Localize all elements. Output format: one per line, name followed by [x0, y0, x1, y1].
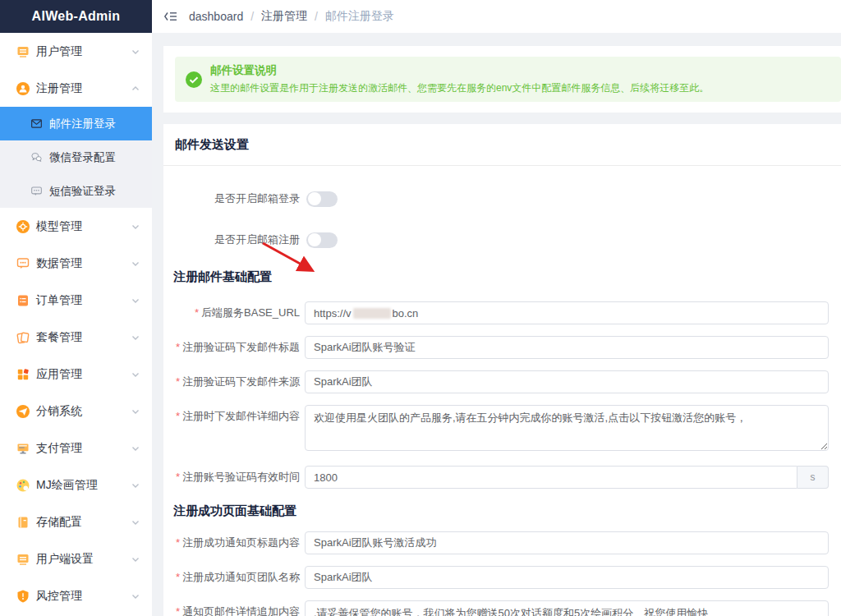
notify-append-textarea[interactable]: ,请妥善保管您的账号，我们将为您赠送50次对话额度和5次绘画积分、祝您使用愉快: [305, 600, 829, 616]
mail-content-textarea[interactable]: 欢迎使用星火团队的产品服务,请在五分钟内完成你的账号激活,点击以下按钮激活您的账…: [305, 405, 829, 451]
email-login-toggle[interactable]: [306, 191, 338, 207]
sidebar-item-app-management[interactable]: 应用管理: [0, 356, 152, 393]
risk-shield-icon: [16, 589, 30, 604]
sidebar-subitem-label: 微信登录配置: [49, 150, 116, 165]
mail-from-input[interactable]: [305, 370, 829, 393]
required-marker: *: [176, 571, 180, 583]
form-row-success-title: *注册成功通知页标题内容: [173, 531, 829, 554]
form-row-mail-title: *注册验证码下发邮件标题: [173, 336, 829, 359]
sidebar-item-user-management[interactable]: 用户管理: [0, 33, 152, 70]
chevron-down-icon: [131, 407, 140, 416]
sidebar-item-data-management[interactable]: 数据管理: [0, 245, 152, 282]
sidebar-item-label: 风控管理: [36, 589, 131, 604]
client-settings-icon: [16, 552, 30, 567]
sidebar-item-package-management[interactable]: 套餐管理: [0, 319, 152, 356]
section-heading-success-page-config: 注册成功页面基础配置: [173, 503, 829, 519]
register-icon: [16, 81, 30, 96]
sidebar-item-label: MJ绘画管理: [36, 478, 131, 493]
toggle-row-email-login: 是否开启邮箱登录: [173, 187, 829, 210]
email-settings-form: 是否开启邮箱登录 是否开启邮箱注册 注册邮件基础配置 *后端服务BASE_URL…: [163, 166, 841, 616]
data-icon: [16, 256, 30, 271]
sidebar-item-label: 用户端设置: [36, 552, 131, 567]
required-marker: *: [176, 410, 180, 422]
check-circle-icon: [186, 71, 202, 88]
chevron-up-icon: [131, 84, 140, 94]
chevron-down-icon: [131, 222, 140, 232]
blurred-url-segment: [353, 308, 391, 319]
form-row-base-url: *后端服务BASE_URL https://vbo.cn: [173, 301, 829, 324]
palette-icon: [16, 478, 30, 493]
sidebar-item-register-management[interactable]: 注册管理: [0, 70, 152, 107]
form-row-mail-from: *注册验证码下发邮件来源: [173, 370, 829, 393]
required-marker: *: [176, 375, 180, 388]
sidebar-item-label: 模型管理: [36, 219, 131, 234]
field-label: 注册成功通知页团队名称: [182, 571, 300, 583]
required-marker: *: [176, 605, 180, 616]
breadcrumb-dashboard[interactable]: dashboard: [189, 10, 243, 23]
email-settings-card: 邮件发送设置 是否开启邮箱登录 是否开启邮箱注册 注册邮件基础配置 *后端服务B…: [163, 124, 841, 616]
email-register-toggle[interactable]: [306, 232, 338, 248]
base-url-suffix: bo.cn: [393, 307, 419, 319]
sidebar-item-label: 注册管理: [36, 81, 131, 96]
storage-icon: [16, 515, 30, 530]
sidebar-item-model-management[interactable]: 模型管理: [0, 208, 152, 245]
sidebar-item-mj-drawing-management[interactable]: MJ绘画管理: [0, 467, 152, 503]
form-row-code-ttl: *注册账号验证码有效时间 s: [173, 466, 829, 489]
breadcrumb-current-page: 邮件注册登录: [325, 9, 394, 24]
chevron-down-icon: [131, 333, 140, 342]
distribution-icon: [16, 404, 30, 419]
success-alert: 邮件设置说明 这里的邮件设置是作用于注册发送的激活邮件、您需要先在服务的env文…: [175, 57, 841, 102]
sidebar: AIWeb-Admin 用户管理 注册管理 邮件注册登录 微信登录配置: [0, 0, 152, 616]
sidebar-subitem-email-register-login[interactable]: 邮件注册登录: [0, 107, 152, 140]
sidebar-item-payment-management[interactable]: 支付管理: [0, 430, 152, 467]
field-label: 通知页邮件详情追加内容: [182, 605, 300, 616]
chevron-down-icon: [131, 554, 140, 564]
base-url-input[interactable]: https://vbo.cn: [305, 301, 829, 324]
alert-title: 邮件设置说明: [210, 63, 709, 78]
alert-card: 邮件设置说明 这里的邮件设置是作用于注册发送的激活邮件、您需要先在服务的env文…: [163, 46, 841, 113]
chevron-down-icon: [131, 444, 140, 453]
field-label: 后端服务BASE_URL: [201, 306, 300, 319]
success-team-input[interactable]: [305, 566, 829, 589]
sidebar-subitem-wechat-login-config[interactable]: 微信登录配置: [0, 140, 152, 174]
required-marker: *: [176, 341, 180, 353]
toggle-row-email-register: 是否开启邮箱注册: [173, 228, 829, 251]
sidebar-subitem-sms-verify-login[interactable]: 短信验证登录: [0, 174, 152, 208]
field-label: 注册成功通知页标题内容: [182, 536, 300, 549]
form-row-mail-content: *注册时下发邮件详细内容 欢迎使用星火团队的产品服务,请在五分钟内完成你的账号激…: [173, 405, 829, 454]
sidebar-item-distribution-system[interactable]: 分销系统: [0, 393, 152, 430]
field-label: 注册验证码下发邮件来源: [182, 375, 300, 388]
topbar: dashboard / 注册管理 / 邮件注册登录: [152, 0, 841, 33]
chevron-down-icon: [131, 47, 140, 57]
sidebar-fold-icon[interactable]: [163, 11, 177, 22]
breadcrumb-register-management[interactable]: 注册管理: [261, 9, 307, 24]
chevron-down-icon: [131, 591, 140, 601]
field-label: 注册账号验证码有效时间: [182, 471, 300, 483]
alert-description: 这里的邮件设置是作用于注册发送的激活邮件、您需要先在服务的env文件中配置邮件服…: [210, 81, 709, 95]
base-url-prefix: https://v: [314, 307, 352, 319]
card-title: 邮件发送设置: [163, 124, 841, 166]
chevron-down-icon: [131, 480, 140, 490]
field-label: 注册验证码下发邮件标题: [182, 341, 300, 353]
wechat-icon: [30, 151, 43, 163]
package-icon: [16, 330, 30, 345]
chevron-down-icon: [131, 259, 140, 269]
code-ttl-input[interactable]: [305, 466, 797, 489]
order-icon: [16, 293, 30, 308]
required-marker: *: [195, 306, 199, 319]
main-content: 邮件设置说明 这里的邮件设置是作用于注册发送的激活邮件、您需要先在服务的env文…: [152, 33, 841, 616]
breadcrumb-separator: /: [315, 10, 318, 23]
sidebar-item-storage-config[interactable]: 存储配置: [0, 503, 152, 540]
mail-icon: [30, 117, 43, 130]
sidebar-item-label: 套餐管理: [36, 330, 131, 345]
mail-title-input[interactable]: [305, 336, 829, 359]
sidebar-item-risk-management[interactable]: 风控管理: [0, 577, 152, 614]
sidebar-item-order-management[interactable]: 订单管理: [0, 282, 152, 319]
chevron-down-icon: [131, 517, 140, 527]
app-logo: AIWeb-Admin: [0, 0, 152, 33]
section-heading-register-email-config: 注册邮件基础配置: [173, 269, 829, 285]
form-row-success-team: *注册成功通知页团队名称: [173, 566, 829, 589]
model-icon: [16, 219, 30, 234]
sidebar-item-client-settings[interactable]: 用户端设置: [0, 540, 152, 577]
success-title-input[interactable]: [305, 531, 829, 554]
